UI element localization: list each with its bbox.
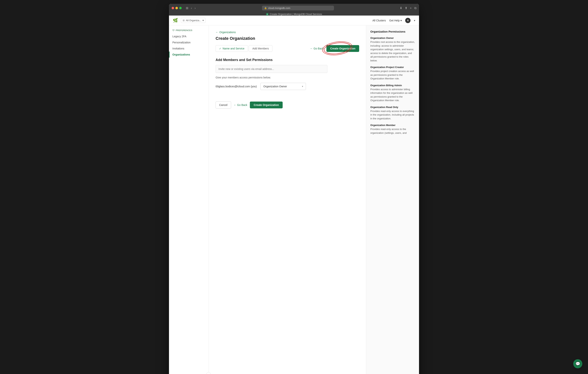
permission-name-4: Organization Member [370, 124, 415, 127]
all-clusters-link[interactable]: All Clusters [372, 19, 386, 22]
chat-icon: 💬 [576, 362, 580, 366]
go-back-arrow-bottom: ← [234, 103, 236, 107]
app-layout: 🌿 ⊞ All Organiza... ▾ All Clusters Get H… [169, 16, 419, 374]
go-back-link-top[interactable]: ← Go Back [310, 47, 324, 50]
step1-label: Name and Service [223, 47, 244, 50]
member-row: 00glass.bodices@icloud.com (you) Organiz… [216, 83, 359, 90]
sidebar-item-personalization[interactable]: Personalization [169, 39, 209, 45]
section-title: Add Members and Set Permissions [216, 58, 359, 62]
main-content: ← Organizations Create Organization ✓ Na… [209, 25, 366, 374]
page-title: Create Organization [216, 36, 359, 41]
address-bar-wrapper: 🔒 cloud.mongodb.com [198, 6, 398, 11]
permission-name-0: Organization Owner [370, 37, 415, 39]
url-text: cloud.mongodb.com [268, 7, 290, 10]
org-selector-label: All Organiza... [186, 19, 201, 22]
org-selector[interactable]: ⊞ All Organiza... ▾ [181, 18, 206, 23]
tab-favicon: M [266, 13, 269, 16]
maximize-button[interactable] [179, 7, 182, 9]
permission-block-owner: Organization Owner Provides root access … [370, 37, 415, 62]
app-body: 🛡 PREFERENCES Legacy 2FA Personalization… [169, 25, 419, 374]
download-icon[interactable]: ⬇ [400, 6, 402, 10]
avatar-chevron: ▾ [414, 19, 415, 22]
permission-desc-3: Provides read-only access to everything … [370, 109, 415, 120]
role-dropdown-chevron: ▾ [302, 85, 303, 88]
sidebar-item-legacy2fa[interactable]: Legacy 2FA [169, 33, 209, 39]
sidebar-item-organizations[interactable]: Organizations [169, 52, 209, 58]
browser-chrome: ⊞ ‹ › 🔒 cloud.mongodb.com ⬇ ⬆ + ⧉ M Crea [169, 4, 419, 16]
permission-desc-1: Provides project creation access as well… [370, 69, 415, 81]
tab-title[interactable]: Create Organization | MongoDB Cloud Serv… [270, 13, 322, 16]
sidebar: 🛡 PREFERENCES Legacy 2FA Personalization… [169, 25, 209, 374]
breadcrumb[interactable]: ← Organizations [216, 31, 359, 34]
preferences-icon: 🛡 [172, 29, 175, 32]
create-organization-button-bottom[interactable]: Create Organization [250, 102, 283, 108]
app-header: 🌿 ⊞ All Organiza... ▾ All Clusters Get H… [169, 16, 419, 25]
permission-block-project-creator: Organization Project Creator Provides pr… [370, 66, 415, 81]
tab-bar: M Create Organization | MongoDB Cloud Se… [172, 12, 416, 16]
step-name-service: ✓ Name and Service [216, 45, 248, 52]
permission-desc-2: Provides access to administer billing in… [370, 87, 415, 102]
sidebar-section-label: 🛡 PREFERENCES [169, 29, 209, 33]
new-tab-icon[interactable]: + [410, 6, 412, 10]
get-help-chevron: ▾ [400, 19, 402, 22]
browser-right-controls: ⬇ ⬆ + ⧉ [400, 6, 416, 10]
permission-name-3: Organization Read Only [370, 106, 415, 108]
panel-title: Organization Permissions [370, 30, 415, 33]
member-email: 00glass.bodices@icloud.com (you) [216, 85, 257, 88]
stepper-actions: ← Go Back Create Organization [310, 45, 359, 52]
breadcrumb-arrow: ← [216, 31, 218, 34]
forward-button[interactable]: › [194, 6, 196, 10]
get-help-button[interactable]: Get Help ▾ [389, 19, 402, 22]
minimize-button[interactable] [175, 7, 178, 9]
back-button[interactable]: ‹ [190, 6, 193, 10]
avatar[interactable]: A [405, 18, 410, 23]
header-right: All Clusters Get Help ▾ A ▾ [372, 18, 415, 23]
browser-window: ⊞ ‹ › 🔒 cloud.mongodb.com ⬇ ⬆ + ⧉ M Crea [169, 4, 419, 374]
stepper: ✓ Name and Service Add Members ← Go Back [216, 45, 359, 52]
share-icon[interactable]: ⬆ [405, 6, 407, 10]
step1-check-icon: ✓ [219, 47, 221, 50]
cancel-button[interactable]: Cancel [216, 101, 231, 108]
address-bar[interactable]: 🔒 cloud.mongodb.com [262, 6, 334, 11]
permission-block-billing-admin: Organization Billing Admin Provides acce… [370, 84, 415, 102]
permission-name-1: Organization Project Creator [370, 66, 415, 69]
create-org-wrapper: Create Organization [326, 45, 359, 52]
create-organization-button-top[interactable]: Create Organization [326, 45, 359, 52]
permission-desc-4: Provides read-only access to the organiz… [370, 127, 415, 135]
chat-fab-button[interactable]: 💬 [573, 359, 582, 368]
tabs-overview-icon[interactable]: ⧉ [414, 6, 416, 10]
close-button[interactable] [172, 7, 174, 9]
lock-icon: 🔒 [264, 7, 267, 9]
org-selector-chevron: ▾ [202, 19, 204, 22]
invite-input[interactable] [216, 65, 327, 73]
step2-label: Add Members [252, 47, 269, 50]
permission-block-member: Organization Member Provides read-only a… [370, 124, 415, 135]
sidebar-item-invitations[interactable]: Invitations [169, 45, 209, 52]
breadcrumb-label: Organizations [219, 31, 236, 34]
go-back-link-bottom[interactable]: ← Go Back [234, 103, 247, 107]
helper-text: Give your members access permissions bel… [216, 76, 359, 79]
traffic-lights [172, 7, 182, 9]
right-panel: Organization Permissions Organization Ow… [366, 25, 419, 374]
role-dropdown[interactable]: Organization Owner ▾ [261, 83, 306, 90]
sidebar-toggle-button[interactable]: ⊞ [185, 6, 189, 10]
bottom-actions: Cancel ← Go Back Create Organization [216, 101, 359, 108]
permission-name-2: Organization Billing Admin [370, 84, 415, 87]
browser-controls: ⊞ ‹ › [185, 6, 196, 10]
permission-block-read-only: Organization Read Only Provides read-onl… [370, 106, 415, 120]
role-label: Organization Owner [263, 85, 287, 88]
go-back-arrow-top: ← [310, 47, 313, 50]
permission-desc-0: Provides root access to the organization… [370, 40, 415, 62]
mongodb-logo: 🌿 [173, 18, 178, 23]
step-add-members: Add Members [249, 45, 273, 52]
